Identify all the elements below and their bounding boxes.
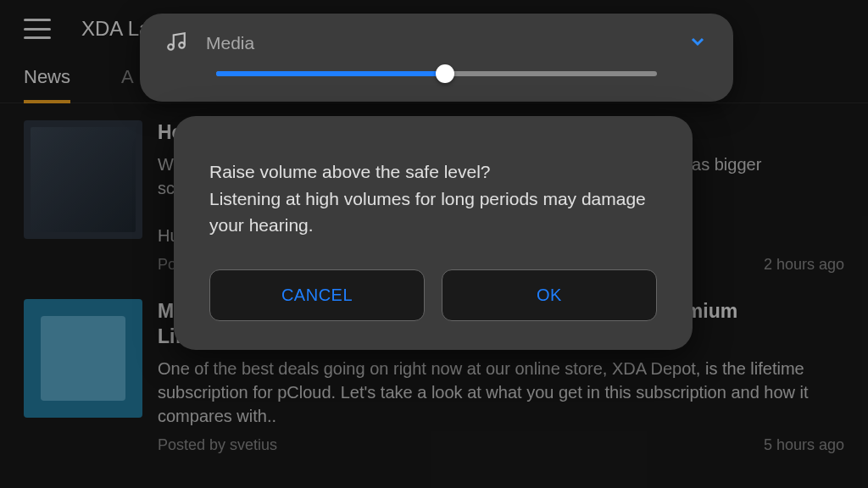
- music-icon: [165, 30, 187, 56]
- volume-slider-fill: [216, 71, 445, 76]
- article-thumbnail: [24, 120, 142, 239]
- safe-volume-dialog: Raise volume above the safe level? Liste…: [174, 116, 693, 350]
- chevron-down-icon[interactable]: [687, 31, 708, 55]
- article-time: 5 hours ago: [764, 436, 844, 454]
- ok-button[interactable]: OK: [442, 269, 657, 321]
- volume-panel: Media: [140, 14, 733, 102]
- tab-news[interactable]: News: [24, 66, 70, 103]
- dialog-message: Raise volume above the safe level? Liste…: [209, 158, 657, 239]
- article-time: 2 hours ago: [764, 256, 844, 274]
- article-excerpt: One of the best deals going on right now…: [158, 357, 844, 428]
- volume-slider-thumb[interactable]: [436, 64, 454, 83]
- article-author: Posted by svetius: [158, 436, 277, 454]
- volume-label: Media: [206, 33, 669, 53]
- svg-point-1: [179, 42, 185, 48]
- cancel-button[interactable]: CANCEL: [209, 269, 425, 321]
- tab-second[interactable]: A: [121, 66, 134, 103]
- menu-button[interactable]: [24, 19, 51, 39]
- article-thumbnail: [24, 299, 142, 418]
- svg-point-0: [168, 44, 174, 50]
- volume-slider[interactable]: [216, 71, 657, 76]
